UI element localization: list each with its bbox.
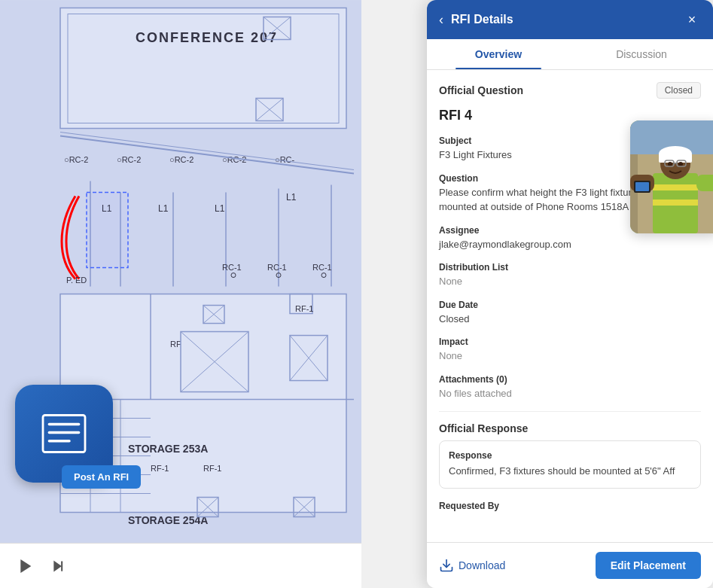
- distribution-field: Distribution List None: [439, 262, 701, 289]
- distribution-value: None: [439, 274, 701, 289]
- official-response-label: Official Response: [439, 422, 701, 434]
- svg-text:○RC-2: ○RC-2: [169, 155, 193, 164]
- blueprint-canvas: CONFERENCE 207 ○RC-2 ○RC-2 ○RC-2 ○RC-2 ○…: [0, 0, 361, 543]
- back-button[interactable]: ‹: [439, 12, 443, 28]
- svg-text:RC-1: RC-1: [222, 263, 242, 272]
- due-date-field: Due Date Closed: [439, 300, 701, 327]
- download-button[interactable]: Download: [439, 552, 505, 579]
- svg-point-89: [678, 162, 683, 166]
- rfi-panel: ‹ RFI Details × Overview Discussion Offi…: [427, 0, 713, 588]
- svg-rect-83: [653, 184, 698, 190]
- svg-text:STORAGE 253A: STORAGE 253A: [128, 443, 208, 455]
- svg-text:L1: L1: [215, 203, 225, 214]
- official-question-header: Official Question Closed: [439, 82, 701, 99]
- impact-field: Impact None: [439, 337, 701, 364]
- distribution-label: Distribution List: [439, 262, 701, 273]
- requested-by-label: Requested By: [439, 501, 701, 511]
- main-container: CONFERENCE 207 ○RC-2 ○RC-2 ○RC-2 ○RC-2 ○…: [0, 0, 713, 588]
- svg-rect-27: [87, 193, 128, 268]
- blueprint-panel: CONFERENCE 207 ○RC-2 ○RC-2 ○RC-2 ○RC-2 ○…: [0, 0, 361, 588]
- rfi-tabs: Overview Discussion: [427, 39, 713, 70]
- response-label: Response: [449, 450, 691, 461]
- svg-text:○RC-2: ○RC-2: [64, 155, 88, 164]
- official-response-section: Official Response Response Confirmed, F3…: [439, 422, 701, 489]
- svg-rect-94: [696, 175, 713, 191]
- svg-rect-96: [635, 182, 649, 191]
- rfi-footer: Download Edit Placement: [427, 542, 713, 588]
- edit-placement-button[interactable]: Edit Placement: [596, 552, 701, 579]
- play-icon[interactable]: [15, 556, 36, 577]
- svg-marker-75: [54, 562, 60, 571]
- attachments-value: No files attached: [439, 386, 701, 401]
- tab-overview[interactable]: Overview: [427, 39, 570, 69]
- response-value: Confirmed, F3 fixtures should be mounted…: [449, 464, 691, 479]
- svg-text:RF-1: RF-1: [203, 464, 221, 473]
- svg-text:STORAGE 254A: STORAGE 254A: [128, 514, 208, 526]
- svg-point-88: [668, 162, 672, 166]
- skip-icon[interactable]: [48, 556, 69, 577]
- svg-text:○RC-2: ○RC-2: [117, 155, 141, 164]
- svg-text:RF-1: RF-1: [151, 464, 169, 473]
- svg-marker-74: [21, 560, 30, 571]
- impact-value: None: [439, 349, 701, 364]
- section-divider: [439, 411, 701, 412]
- svg-text:CONFERENCE  207: CONFERENCE 207: [136, 30, 278, 45]
- status-badge: Closed: [657, 82, 701, 99]
- post-rfi-button[interactable]: Post An RFI: [62, 465, 141, 489]
- svg-text:○RC-: ○RC-: [275, 155, 295, 164]
- blueprint-toolbar: [0, 543, 361, 588]
- download-label: Download: [459, 559, 505, 571]
- download-icon: [439, 558, 454, 573]
- tab-discussion[interactable]: Discussion: [570, 39, 713, 69]
- svg-rect-84: [653, 200, 698, 206]
- attachments-label: Attachments (0): [439, 374, 701, 385]
- worker-photo: [630, 120, 713, 233]
- rfi-header: ‹ RFI Details ×: [427, 0, 713, 39]
- panel-title: RFI Details: [451, 13, 675, 26]
- svg-text:RC-1: RC-1: [267, 263, 287, 272]
- impact-label: Impact: [439, 337, 701, 347]
- svg-text:RC-1: RC-1: [312, 263, 332, 272]
- svg-text:RF-1: RF-1: [295, 304, 313, 313]
- due-date-label: Due Date: [439, 300, 701, 310]
- close-button[interactable]: ×: [683, 11, 701, 29]
- due-date-value: Closed: [439, 312, 701, 327]
- response-card: Response Confirmed, F3 fixtures should b…: [439, 440, 701, 489]
- svg-text:L1: L1: [286, 192, 297, 203]
- official-question-label: Official Question: [439, 84, 523, 96]
- svg-rect-87: [659, 154, 692, 163]
- attachments-field: Attachments (0) No files attached: [439, 374, 701, 401]
- svg-text:L1: L1: [158, 203, 169, 214]
- assignee-value: jlake@raymondlakegroup.com: [439, 237, 701, 252]
- svg-text:P. ED: P. ED: [66, 276, 87, 285]
